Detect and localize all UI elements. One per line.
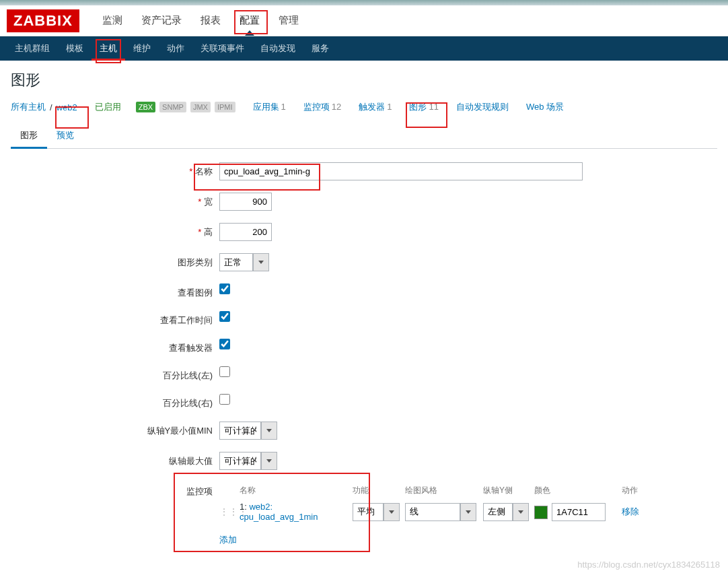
select-type[interactable] [219,253,253,271]
badge-jmx: JMX [190,102,211,112]
badge-ipmi: IPMI [215,102,235,112]
label-triggers: 查看触发器 [11,339,219,354]
crumb-web[interactable]: Web 场景 [526,101,564,113]
input-width[interactable] [219,193,272,211]
col-func: 功能 [353,482,405,499]
checkbox-legend[interactable] [219,283,230,294]
window-titlebar [0,0,728,5]
sub-nav: 主机群组 模板 主机 维护 动作 关联项事件 自动发现 服务 [0,36,728,61]
chevron-down-icon[interactable] [253,253,269,271]
status-enabled: 已启用 [95,101,121,113]
select-item-style[interactable] [405,503,460,521]
item-idx: 1: [240,502,247,512]
logo: ZABBIX [7,9,79,32]
page-title: 图形 [11,70,717,90]
nav-reports[interactable]: 报表 [191,6,230,35]
label-work: 查看工作时间 [11,311,219,327]
label-width: 宽 [11,193,219,208]
badge-zbx: ZBX [136,102,155,112]
checkbox-pct-right[interactable] [219,394,230,405]
label-items: 监控项 [11,482,219,498]
crumb-graphs[interactable]: 图形11 [409,101,438,113]
checkbox-triggers[interactable] [219,339,230,349]
subnav-hosts[interactable]: 主机 [92,36,125,61]
breadcrumb: 所有主机 / web2 已启用 ZBX SNMP JMX IPMI 应用集1 监… [11,101,717,113]
col-name: 名称 [240,482,353,499]
label-height: 高 [11,223,219,238]
subnav-correlation[interactable]: 关联项事件 [192,36,252,61]
add-item-link[interactable]: 添加 [219,535,237,545]
label-name: 名称 [11,162,219,178]
nav-monitor[interactable]: 监测 [93,6,132,35]
label-pct-right: 百分比线(右) [11,394,219,409]
color-swatch[interactable] [534,506,548,519]
item-name-link[interactable]: web2: cpu_load_avg_1min [240,502,318,522]
crumb-sep: / [50,102,52,112]
watermark: https://blog.csdn.net/cyx1834265118 [577,560,720,568]
select-ymin[interactable] [219,422,261,440]
nav-inventory[interactable]: 资产记录 [132,6,191,35]
col-side: 纵轴Y侧 [483,482,534,499]
crumb-all-hosts[interactable]: 所有主机 [11,101,46,113]
nav-config[interactable]: 配置 [230,6,269,35]
label-legend: 查看图例 [11,283,219,299]
header: ZABBIX 监测 资产记录 报表 配置 管理 [0,5,728,36]
label-pct-left: 百分比线(左) [11,366,219,382]
subnav-services[interactable]: 服务 [303,36,337,61]
col-color: 颜色 [534,482,622,499]
crumb-triggers[interactable]: 触发器1 [359,101,392,113]
chevron-down-icon[interactable] [384,503,400,521]
checkbox-work[interactable] [219,311,230,322]
label-ymin: 纵轴Y最小值MIN [11,422,219,437]
badge-snmp: SNMP [159,102,186,112]
crumb-items[interactable]: 监控项12 [303,101,341,113]
remove-link[interactable]: 移除 [622,506,639,516]
col-action: 动作 [622,482,662,499]
tabs: 图形 预览 [11,124,717,149]
select-item-func[interactable] [353,503,384,521]
tab-preview[interactable]: 预览 [47,124,83,148]
crumb-host[interactable]: web2 [57,102,77,112]
top-nav: 监测 资产记录 报表 配置 管理 [93,6,308,35]
chevron-down-icon[interactable] [261,452,277,470]
list-item: ⋮⋮⋮ 1: web2: cpu_load_avg_1min 移除 [219,499,690,525]
chevron-down-icon[interactable] [261,422,277,440]
select-ymax[interactable] [219,452,261,470]
items-header: 名称 功能 绘图风格 纵轴Y侧 颜色 动作 [219,482,690,499]
crumb-apps[interactable]: 应用集1 [253,101,286,113]
subnav-discovery[interactable]: 自动发现 [252,36,303,61]
input-color[interactable] [552,503,606,521]
subnav-hostgroups[interactable]: 主机群组 [7,36,58,61]
chevron-down-icon[interactable] [513,503,529,521]
label-type: 图形类别 [11,253,219,269]
col-style: 绘图风格 [405,482,483,499]
subnav-actions[interactable]: 动作 [159,36,192,61]
chevron-down-icon[interactable] [460,503,476,521]
crumb-discovery-rules[interactable]: 自动发现规则 [456,101,509,113]
label-ymax: 纵轴最大值 [11,452,219,467]
nav-admin[interactable]: 管理 [269,6,308,35]
checkbox-pct-left[interactable] [219,366,230,377]
input-height[interactable] [219,223,272,241]
select-item-side[interactable] [483,503,513,521]
subnav-maintenance[interactable]: 维护 [125,36,159,61]
tab-graph[interactable]: 图形 [11,124,47,149]
graph-form: 名称 宽 高 图形类别 查看图例 查看工作时间 查看触发器 百分比线(左) 百分… [11,162,717,546]
subnav-templates[interactable]: 模板 [58,36,92,61]
input-name[interactable] [219,162,583,180]
